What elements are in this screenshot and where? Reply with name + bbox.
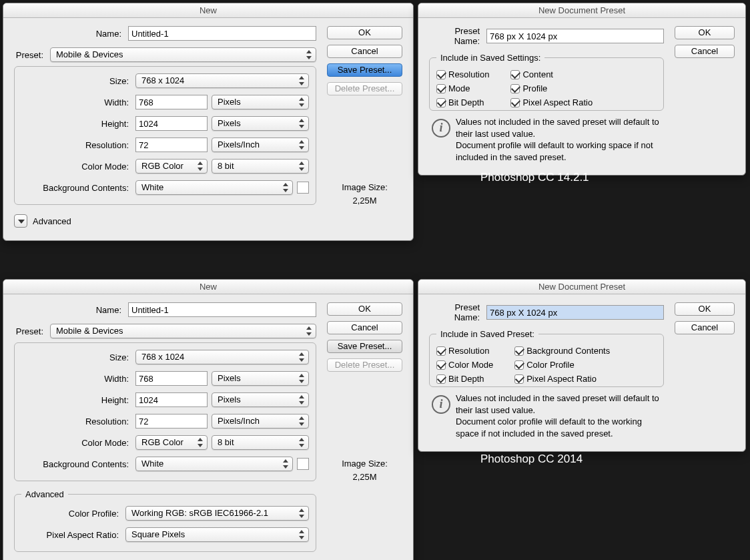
delete-preset-button[interactable]: Delete Preset...: [327, 82, 402, 95]
include-legend: Include in Saved Preset:: [436, 329, 538, 339]
dimensions-group: Size: 768 x 1024 Width: Pixels Height: P…: [14, 342, 316, 481]
height-unit-select[interactable]: Pixels: [212, 392, 309, 407]
ok-button[interactable]: OK: [327, 26, 402, 39]
new-dialog-bottom: New Name: Preset: Mobile & Devices Size:…: [3, 279, 414, 560]
resolution-label: Resolution:: [21, 416, 131, 427]
include-legend: Include in Saved Settings:: [436, 53, 544, 63]
info-icon: i: [432, 395, 450, 414]
par-checkbox[interactable]: [514, 374, 524, 384]
height-unit-select[interactable]: Pixels: [212, 116, 309, 131]
cancel-button[interactable]: Cancel: [327, 45, 402, 58]
bg-select[interactable]: White: [135, 457, 293, 471]
par-checkbox[interactable]: [510, 98, 520, 107]
version-label-bottom: Photoshop CC 2014: [480, 453, 583, 466]
advanced-toggle[interactable]: [14, 214, 27, 228]
bitdepth-checkbox[interactable]: [436, 98, 446, 107]
name-label: Name:: [14, 29, 124, 39]
preset-dialog-bottom: New Document Preset Preset Name: Include…: [418, 279, 746, 452]
image-size-value: 2,25M: [327, 194, 402, 208]
preset-select[interactable]: Mobile & Devices: [50, 324, 316, 338]
color-profile-select[interactable]: Working RGB: sRGB IEC61966-2.1: [125, 506, 309, 521]
colormode-checkbox[interactable]: [436, 360, 446, 370]
color-profile-label: Color Profile:: [21, 509, 121, 519]
include-group: Include in Saved Preset: Resolution Colo…: [429, 329, 664, 387]
resolution-input[interactable]: [135, 414, 208, 429]
preset-name-label: Preset Name:: [429, 302, 482, 322]
advanced-label: Advanced: [33, 216, 71, 226]
preset-label: Preset:: [14, 50, 46, 60]
ok-button[interactable]: OK: [327, 302, 402, 316]
new-dialog-top: New Name: Preset: Mobile & Devices Size:…: [3, 3, 414, 241]
preset-name-input[interactable]: [486, 29, 664, 43]
colorprofile-checkbox[interactable]: [514, 360, 524, 370]
width-label: Width:: [21, 374, 131, 384]
colormode-label: Color Mode:: [21, 162, 131, 172]
bg-select[interactable]: White: [135, 180, 293, 195]
width-unit-select[interactable]: Pixels: [212, 95, 309, 109]
save-preset-button[interactable]: Save Preset...: [327, 340, 402, 353]
cancel-button[interactable]: Cancel: [675, 321, 735, 334]
dimensions-group: Size: 768 x 1024 Width: Pixels Height: P…: [14, 66, 316, 205]
size-label: Size:: [21, 76, 131, 86]
name-label: Name:: [14, 305, 124, 315]
titlebar: New Document Preset: [418, 3, 745, 18]
resolution-label: Resolution:: [21, 140, 131, 150]
par-label: Pixel Aspect Ratio:: [21, 530, 121, 540]
resolution-unit-select[interactable]: Pixels/Inch: [212, 414, 309, 429]
bg-label: Background Contents:: [21, 183, 131, 193]
profile-checkbox[interactable]: [510, 84, 520, 93]
width-unit-select[interactable]: Pixels: [212, 371, 309, 386]
titlebar: New: [3, 280, 413, 294]
image-size-value: 2,25M: [327, 471, 402, 484]
image-size-label: Image Size:: [327, 457, 402, 471]
bitdepth-checkbox[interactable]: [436, 374, 446, 384]
mode-checkbox[interactable]: [436, 84, 446, 93]
resolution-input[interactable]: [135, 137, 208, 152]
name-input[interactable]: [128, 302, 316, 317]
colordepth-select[interactable]: 8 bit: [212, 435, 309, 450]
name-input[interactable]: [128, 26, 316, 41]
content-checkbox[interactable]: [510, 70, 520, 79]
size-select[interactable]: 768 x 1024: [135, 73, 309, 88]
delete-preset-button[interactable]: Delete Preset...: [327, 358, 402, 372]
info-icon: i: [432, 119, 450, 137]
height-input[interactable]: [135, 116, 208, 131]
bg-color-swatch[interactable]: [297, 182, 309, 194]
colordepth-select[interactable]: 8 bit: [212, 159, 309, 174]
advanced-group: Advanced Color Profile: Working RGB: sRG…: [14, 489, 316, 552]
advanced-legend: Advanced: [21, 489, 68, 499]
preset-label: Preset:: [14, 326, 46, 336]
size-select[interactable]: 768 x 1024: [135, 350, 309, 364]
colormode-label: Color Mode:: [21, 438, 131, 448]
titlebar: New: [3, 3, 413, 18]
width-label: Width:: [21, 97, 131, 107]
ok-button[interactable]: OK: [675, 302, 735, 316]
width-input[interactable]: [135, 371, 208, 386]
height-label: Height:: [21, 395, 131, 405]
width-input[interactable]: [135, 95, 208, 109]
preset-dialog-top: New Document Preset Preset Name: Include…: [418, 3, 746, 176]
resolution-checkbox[interactable]: [436, 346, 446, 356]
height-input[interactable]: [135, 392, 208, 407]
titlebar: New Document Preset: [418, 280, 745, 294]
bg-color-swatch[interactable]: [297, 458, 309, 470]
preset-name-input[interactable]: [486, 305, 664, 320]
resolution-checkbox[interactable]: [436, 70, 446, 79]
height-label: Height:: [21, 119, 131, 129]
size-label: Size:: [21, 352, 131, 362]
include-group: Include in Saved Settings: Resolution Mo…: [429, 53, 664, 111]
par-select[interactable]: Square Pixels: [125, 527, 309, 542]
version-label-top: Photoshop CC 14.2.1: [480, 171, 589, 184]
colormode-select[interactable]: RGB Color: [135, 159, 208, 174]
bg-label: Background Contents:: [21, 459, 131, 469]
preset-name-label: Preset Name:: [429, 26, 482, 46]
cancel-button[interactable]: Cancel: [327, 321, 402, 334]
bgcontents-checkbox[interactable]: [514, 346, 524, 356]
colormode-select[interactable]: RGB Color: [135, 435, 208, 450]
cancel-button[interactable]: Cancel: [675, 45, 735, 58]
ok-button[interactable]: OK: [675, 26, 735, 39]
preset-select[interactable]: Mobile & Devices: [50, 47, 316, 62]
resolution-unit-select[interactable]: Pixels/Inch: [212, 137, 309, 152]
image-size-label: Image Size:: [327, 181, 402, 194]
save-preset-button[interactable]: Save Preset...: [327, 63, 402, 77]
